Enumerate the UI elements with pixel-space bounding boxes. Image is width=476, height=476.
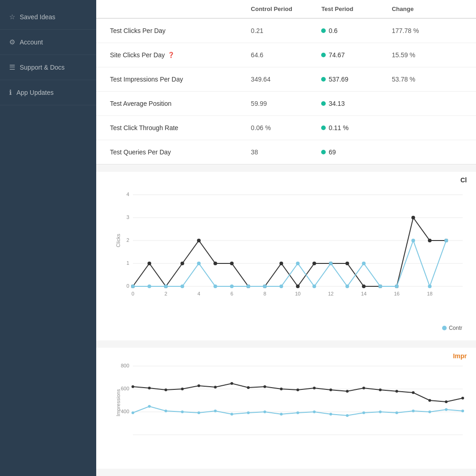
sidebar-item-label: Support & Docs [20, 64, 65, 71]
svg-text:16: 16 [394, 291, 399, 296]
svg-point-32 [312, 262, 316, 265]
metric-label: Test Average Position [110, 100, 251, 107]
svg-point-58 [411, 239, 415, 242]
col-header-change: Change [392, 5, 462, 12]
sidebar-item-account[interactable]: ⚙ Account [0, 30, 96, 55]
svg-text:Impressions: Impressions [115, 389, 121, 416]
svg-point-97 [247, 411, 250, 414]
svg-point-44 [181, 285, 184, 288]
green-dot-icon [321, 150, 326, 154]
svg-point-86 [412, 391, 415, 394]
svg-point-110 [461, 410, 464, 412]
svg-point-109 [445, 408, 448, 411]
svg-point-88 [445, 400, 448, 403]
table-row: Test Click Through Rate 0.06 % 0.11 % [96, 116, 476, 140]
svg-point-106 [395, 411, 398, 414]
table-row: Test Queries Per Day 38 69 [96, 140, 476, 164]
green-dot-icon [321, 77, 326, 82]
svg-text:0: 0 [126, 283, 129, 289]
test-value: 537.69 [321, 76, 392, 83]
svg-point-25 [197, 239, 201, 242]
green-dot-icon [321, 126, 326, 130]
table-header: Control Period Test Period Change [96, 0, 476, 19]
svg-text:14: 14 [361, 291, 367, 296]
sidebar-item-label: App Updates [16, 89, 54, 96]
svg-point-76 [247, 386, 250, 389]
svg-text:3: 3 [126, 214, 129, 220]
legend-control-dot [442, 326, 447, 330]
svg-point-34 [345, 262, 349, 265]
svg-point-24 [181, 262, 184, 265]
green-dot-icon [321, 53, 326, 57]
svg-point-96 [230, 413, 233, 416]
svg-point-42 [148, 285, 151, 288]
sidebar-item-saved-ideas[interactable]: ☆ Saved Ideas [0, 5, 96, 30]
svg-point-35 [362, 285, 366, 288]
svg-point-59 [428, 285, 432, 288]
sidebar-item-label: Saved Ideas [20, 13, 55, 21]
green-dot-icon [321, 101, 326, 106]
svg-point-82 [346, 390, 349, 393]
svg-point-72 [181, 388, 184, 390]
help-icon[interactable]: ❓ [168, 52, 175, 58]
metric-label: Site Clicks Per Day ❓ [110, 51, 251, 59]
svg-point-22 [148, 262, 151, 265]
svg-point-95 [214, 410, 217, 412]
svg-point-92 [164, 410, 167, 412]
svg-point-70 [148, 387, 151, 389]
svg-text:10: 10 [295, 291, 301, 296]
change-value: 15.59 % [392, 51, 462, 59]
table-row: Test Clicks Per Day 0.21 0.6 177.78 % [96, 19, 476, 43]
svg-point-83 [362, 387, 365, 389]
svg-text:4: 4 [126, 191, 129, 197]
svg-point-31 [296, 285, 300, 288]
sidebar-item-label: Account [20, 38, 43, 46]
svg-point-53 [329, 262, 333, 265]
info-icon: ℹ [9, 88, 12, 97]
svg-point-87 [428, 399, 431, 402]
test-value: 69 [321, 148, 392, 156]
control-value: 0.06 % [251, 124, 322, 131]
control-value: 59.99 [251, 100, 322, 107]
svg-point-26 [213, 262, 217, 265]
main-content: Control Period Test Period Change Test C… [96, 0, 476, 476]
svg-point-79 [296, 388, 299, 391]
svg-point-56 [378, 285, 382, 288]
svg-point-107 [412, 410, 415, 412]
change-value: 53.78 % [392, 76, 462, 83]
svg-point-108 [428, 410, 431, 413]
svg-point-89 [461, 397, 464, 399]
svg-point-75 [230, 382, 233, 385]
test-value: 74.67 [321, 51, 392, 59]
svg-point-60 [444, 239, 448, 242]
sidebar-item-support-docs[interactable]: ☰ Support & Docs [0, 55, 96, 80]
bookmark-icon: ☆ [9, 13, 15, 21]
green-dot-icon [321, 28, 326, 33]
svg-point-103 [346, 414, 349, 417]
svg-point-85 [395, 390, 398, 393]
metric-label: Test Impressions Per Day [110, 76, 251, 83]
legend-control: Contr [442, 325, 462, 331]
clicks-chart-section: Cl 4 3 2 1 0 Clicks 0 2 4 [96, 172, 476, 340]
control-value: 64.6 [251, 51, 322, 59]
control-value: 349.64 [251, 76, 322, 83]
metric-label: Test Queries Per Day [110, 148, 251, 156]
svg-point-104 [362, 411, 365, 414]
docs-icon: ☰ [9, 63, 15, 71]
svg-point-93 [181, 410, 184, 413]
svg-point-27 [230, 262, 234, 265]
gear-icon: ⚙ [9, 38, 15, 46]
svg-text:800: 800 [121, 363, 129, 368]
svg-text:2: 2 [126, 237, 129, 243]
svg-point-102 [329, 413, 332, 416]
sidebar-item-app-updates[interactable]: ℹ App Updates [0, 80, 96, 105]
svg-point-73 [197, 384, 200, 387]
svg-point-101 [313, 410, 316, 413]
svg-point-30 [279, 262, 283, 265]
svg-point-90 [131, 411, 134, 414]
svg-point-51 [296, 262, 300, 265]
clicks-chart-legend: Contr [115, 325, 467, 331]
svg-point-48 [246, 285, 250, 288]
svg-text:400: 400 [121, 409, 129, 414]
svg-point-98 [263, 410, 266, 413]
